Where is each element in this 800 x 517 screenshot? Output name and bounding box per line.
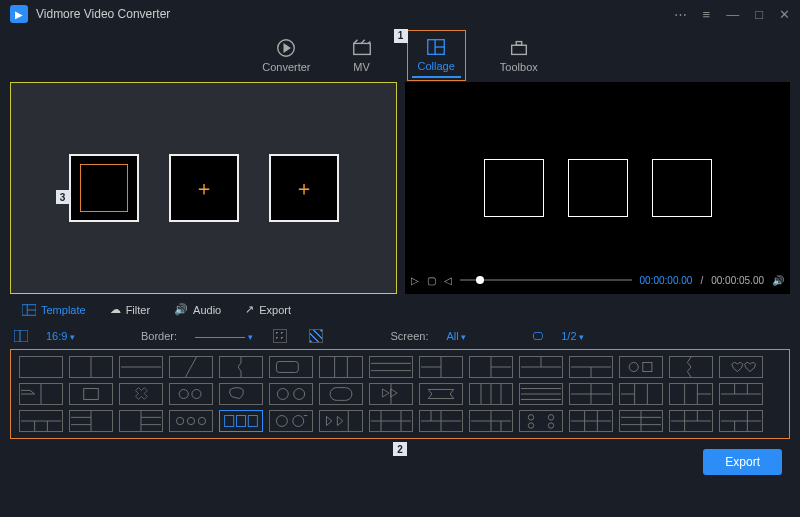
collage-cell-1[interactable]: 3 ＋ bbox=[69, 154, 139, 222]
time-current: 00:00:00.00 bbox=[640, 275, 693, 286]
tab-export[interactable]: ↗Export bbox=[237, 300, 299, 319]
border-color-picker[interactable] bbox=[273, 329, 287, 343]
nav-converter[interactable]: Converter bbox=[256, 34, 316, 77]
nav-toolbox-label: Toolbox bbox=[500, 61, 538, 73]
tab-filter[interactable]: ☁Filter bbox=[102, 300, 158, 319]
template-item[interactable] bbox=[419, 356, 463, 378]
minimize-icon[interactable]: — bbox=[726, 7, 739, 22]
template-item[interactable] bbox=[169, 356, 213, 378]
template-item[interactable] bbox=[69, 383, 113, 405]
template-item[interactable] bbox=[469, 410, 513, 432]
template-item[interactable] bbox=[569, 410, 613, 432]
template-item[interactable] bbox=[169, 410, 213, 432]
seek-bar[interactable] bbox=[460, 279, 632, 281]
template-item[interactable] bbox=[519, 410, 563, 432]
monitor-icon: 🖵 bbox=[532, 330, 543, 342]
template-item[interactable] bbox=[369, 356, 413, 378]
template-item[interactable] bbox=[519, 383, 563, 405]
svg-rect-36 bbox=[330, 388, 352, 401]
template-item[interactable] bbox=[119, 383, 163, 405]
template-item[interactable] bbox=[669, 410, 713, 432]
export-button[interactable]: Export bbox=[703, 449, 782, 475]
svg-point-32 bbox=[179, 389, 188, 398]
template-item[interactable] bbox=[319, 410, 363, 432]
template-item[interactable] bbox=[719, 410, 763, 432]
svg-rect-15 bbox=[276, 362, 298, 373]
template-item[interactable] bbox=[519, 356, 563, 378]
svg-rect-1 bbox=[353, 43, 370, 54]
border-pattern-picker[interactable] bbox=[309, 329, 323, 343]
border-label: Border: bbox=[141, 330, 177, 342]
template-item[interactable] bbox=[369, 410, 413, 432]
nav-mv[interactable]: MV bbox=[345, 34, 379, 77]
prev-icon[interactable]: ◁ bbox=[444, 275, 452, 286]
template-item[interactable] bbox=[319, 356, 363, 378]
svg-rect-31 bbox=[84, 389, 99, 400]
template-item[interactable] bbox=[269, 356, 313, 378]
template-item[interactable] bbox=[19, 356, 63, 378]
nav-mv-label: MV bbox=[353, 61, 370, 73]
border-style-dropdown[interactable] bbox=[195, 330, 253, 342]
stop-icon[interactable]: ▢ bbox=[427, 275, 436, 286]
template-item[interactable] bbox=[19, 410, 63, 432]
template-item-selected[interactable] bbox=[219, 410, 263, 432]
menu-icon[interactable]: ≡ bbox=[703, 7, 711, 22]
feedback-icon[interactable]: ⋯ bbox=[674, 7, 687, 22]
template-item[interactable] bbox=[69, 410, 113, 432]
split-dropdown[interactable]: 1/2 bbox=[561, 330, 584, 342]
template-item[interactable] bbox=[119, 410, 163, 432]
template-item[interactable] bbox=[569, 356, 613, 378]
svg-point-28 bbox=[629, 362, 638, 371]
maximize-icon[interactable]: □ bbox=[755, 7, 763, 22]
svg-point-85 bbox=[528, 423, 533, 428]
volume-icon[interactable]: 🔊 bbox=[772, 275, 784, 286]
template-item[interactable] bbox=[719, 356, 763, 378]
export-icon: ↗ bbox=[245, 303, 254, 316]
template-item[interactable] bbox=[569, 383, 613, 405]
svg-rect-67 bbox=[225, 416, 234, 427]
tab-audio[interactable]: 🔊Audio bbox=[166, 300, 229, 319]
template-item[interactable] bbox=[469, 356, 513, 378]
preview-cell bbox=[484, 159, 544, 217]
collage-cell-2[interactable]: ＋ bbox=[169, 154, 239, 222]
template-item[interactable] bbox=[369, 383, 413, 405]
app-logo: ▶ bbox=[10, 5, 28, 23]
svg-rect-29 bbox=[643, 362, 652, 371]
nav-collage-label: Collage bbox=[418, 60, 455, 72]
template-item[interactable] bbox=[619, 356, 663, 378]
template-grid: 2 bbox=[10, 349, 790, 439]
nav-collage[interactable]: Collage bbox=[412, 33, 461, 78]
template-item[interactable] bbox=[19, 383, 63, 405]
nav-toolbox[interactable]: Toolbox bbox=[494, 34, 544, 77]
screen-dropdown[interactable]: All bbox=[446, 330, 466, 342]
svg-rect-69 bbox=[248, 416, 257, 427]
template-item[interactable] bbox=[269, 383, 313, 405]
template-item[interactable] bbox=[219, 356, 263, 378]
preview-cell bbox=[652, 159, 712, 217]
template-item[interactable] bbox=[719, 383, 763, 405]
app-title: Vidmore Video Converter bbox=[36, 7, 170, 21]
template-item[interactable] bbox=[69, 356, 113, 378]
tab-template[interactable]: Template bbox=[14, 301, 94, 319]
close-icon[interactable]: ✕ bbox=[779, 7, 790, 22]
template-item[interactable] bbox=[619, 383, 663, 405]
preview-panel: ▷ ▢ ◁ 00:00:00.00/00:00:05.00 🔊 bbox=[405, 82, 790, 294]
callout-3: 3 bbox=[56, 190, 70, 204]
template-item[interactable] bbox=[119, 356, 163, 378]
template-item[interactable] bbox=[669, 356, 713, 378]
template-item[interactable] bbox=[219, 383, 263, 405]
template-item[interactable] bbox=[669, 383, 713, 405]
template-item[interactable] bbox=[269, 410, 313, 432]
collage-cell-3[interactable]: ＋ bbox=[269, 154, 339, 222]
collage-editor[interactable]: 3 ＋ ＋ ＋ bbox=[10, 82, 397, 294]
play-icon[interactable]: ▷ bbox=[411, 275, 419, 286]
template-item[interactable] bbox=[319, 383, 363, 405]
ratio-dropdown[interactable]: 16:9 bbox=[46, 330, 75, 342]
time-sep: / bbox=[700, 275, 703, 286]
template-item[interactable] bbox=[419, 410, 463, 432]
template-item[interactable] bbox=[469, 383, 513, 405]
ratio-icon bbox=[14, 330, 28, 342]
template-item[interactable] bbox=[419, 383, 463, 405]
template-item[interactable] bbox=[169, 383, 213, 405]
template-item[interactable] bbox=[619, 410, 663, 432]
